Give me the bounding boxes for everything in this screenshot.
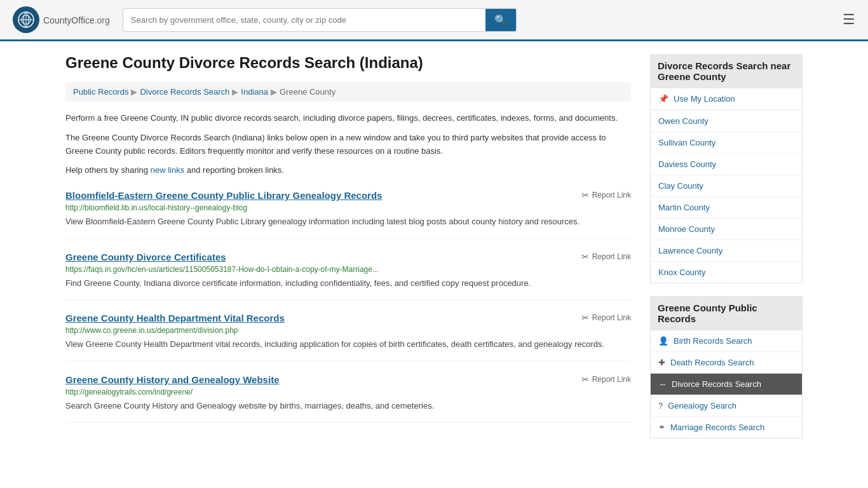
- breadcrumb-greene-county: Greene County: [280, 87, 336, 97]
- public-records-item-2[interactable]: ↔ Divorce Records Search: [651, 374, 802, 395]
- nearby-county-link-3[interactable]: Clay County: [651, 175, 802, 196]
- public-records-link-1[interactable]: ✚ Death Records Search: [651, 352, 802, 373]
- nearby-county-5[interactable]: Monroe County: [651, 219, 802, 240]
- result-header-1: Bloomfield-Eastern Greene County Public …: [65, 190, 631, 201]
- site-header: CountyOffice.org 🔍 ☰: [0, 0, 868, 41]
- nearby-list: 📌 Use My Location Owen County Sullivan C…: [650, 88, 803, 283]
- breadcrumb-sep-1: ▶: [131, 87, 137, 97]
- new-links-link[interactable]: new links: [151, 165, 184, 175]
- result-item-4: Greene County History and Genealogy Webs…: [65, 374, 631, 423]
- birth-icon: 👤: [658, 336, 668, 346]
- result-desc-2: Find Greene County, Indiana divorce cert…: [65, 277, 631, 290]
- result-header-3: Greene County Health Department Vital Re…: [65, 313, 631, 323]
- marriage-icon: ⚭: [658, 423, 665, 432]
- result-title-2[interactable]: Greene County Divorce Certificates: [65, 252, 226, 262]
- scissors-icon-4: ✂: [581, 374, 589, 384]
- nearby-county-link-7[interactable]: Knox County: [651, 262, 802, 283]
- content-area: Greene County Divorce Records Search (In…: [65, 54, 631, 451]
- public-records-link-3[interactable]: ? Genealogy Search: [651, 395, 802, 416]
- nearby-county-7[interactable]: Knox County: [651, 262, 802, 283]
- public-records-item-0[interactable]: 👤 Birth Records Search: [651, 330, 802, 352]
- use-my-location-label: Use My Location: [674, 94, 735, 104]
- nearby-county-2[interactable]: Daviess County: [651, 154, 802, 175]
- result-title-1[interactable]: Bloomfield-Eastern Greene County Public …: [65, 190, 382, 201]
- nearby-section: Divorce Records Search near Greene Count…: [650, 54, 803, 283]
- search-bar: 🔍: [123, 8, 517, 32]
- scissors-icon-1: ✂: [581, 190, 589, 200]
- search-icon: 🔍: [494, 15, 507, 25]
- nearby-county-3[interactable]: Clay County: [651, 175, 802, 197]
- breadcrumb-divorce-records[interactable]: Divorce Records Search: [140, 87, 229, 97]
- result-desc-4: Search Greene County History and Genealo…: [65, 400, 631, 412]
- sidebar: Divorce Records Search near Greene Count…: [650, 54, 803, 451]
- nearby-county-link-0[interactable]: Owen County: [651, 111, 802, 132]
- report-link-1[interactable]: ✂ Report Link: [581, 190, 631, 200]
- nearby-county-6[interactable]: Lawrence County: [651, 240, 802, 262]
- report-link-2[interactable]: ✂ Report Link: [581, 252, 631, 262]
- nearby-section-title: Divorce Records Search near Greene Count…: [650, 54, 803, 88]
- report-link-4[interactable]: ✂ Report Link: [581, 374, 631, 384]
- result-title-4[interactable]: Greene County History and Genealogy Webs…: [65, 374, 279, 385]
- result-header-2: Greene County Divorce Certificates ✂ Rep…: [65, 252, 631, 262]
- scissors-icon-2: ✂: [581, 252, 589, 262]
- main-container: Greene County Divorce Records Search (In…: [53, 41, 815, 464]
- breadcrumb-public-records[interactable]: Public Records: [73, 87, 128, 97]
- search-input[interactable]: [123, 9, 485, 31]
- result-item-3: Greene County Health Department Vital Re…: [65, 313, 631, 362]
- nearby-county-link-5[interactable]: Monroe County: [651, 219, 802, 240]
- result-url-3: http://www.co.greene.in.us/department/di…: [65, 326, 631, 335]
- public-records-item-4[interactable]: ⚭ Marriage Records Search: [651, 417, 802, 438]
- public-records-label-4: Marriage Records Search: [670, 423, 764, 432]
- search-button[interactable]: 🔍: [485, 9, 516, 31]
- logo-icon: [13, 6, 39, 33]
- result-url-4: http://genealogytrails.com/ind/greene/: [65, 388, 631, 396]
- nearby-county-link-6[interactable]: Lawrence County: [651, 240, 802, 261]
- location-pin-icon: 📌: [658, 94, 668, 104]
- description-1: Perform a free Greene County, IN public …: [65, 112, 631, 125]
- page-title: Greene County Divorce Records Search (In…: [65, 54, 631, 72]
- description-3: Help others by sharing new links and rep…: [65, 164, 631, 177]
- public-records-item-1[interactable]: ✚ Death Records Search: [651, 352, 802, 374]
- nearby-county-link-1[interactable]: Sullivan County: [651, 132, 802, 153]
- nearby-county-link-2[interactable]: Daviess County: [651, 154, 802, 175]
- result-desc-1: View Bloomfield-Eastern Greene County Pu…: [65, 215, 631, 228]
- description-2: The Greene County Divorce Records Search…: [65, 132, 631, 158]
- result-item-1: Bloomfield-Eastern Greene County Public …: [65, 190, 631, 239]
- public-records-title: Greene County Public Records: [650, 296, 803, 330]
- public-records-label-2: Divorce Records Search: [672, 379, 761, 389]
- public-records-list: 👤 Birth Records Search ✚ Death Records S…: [650, 330, 803, 438]
- breadcrumb-indiana[interactable]: Indiana: [241, 87, 268, 97]
- hamburger-icon: ☰: [843, 11, 855, 27]
- public-records-label-3: Genealogy Search: [668, 401, 736, 410]
- result-url-2: https://faqs.in.gov/hc/en-us/articles/11…: [65, 265, 631, 274]
- location-link[interactable]: 📌 Use My Location: [651, 88, 802, 110]
- public-records-label-1: Death Records Search: [670, 358, 754, 367]
- death-icon: ✚: [658, 358, 665, 367]
- public-records-link-2[interactable]: ↔ Divorce Records Search: [651, 374, 802, 395]
- use-my-location-item[interactable]: 📌 Use My Location: [651, 88, 802, 111]
- nearby-county-link-4[interactable]: Martin County: [651, 197, 802, 218]
- result-header-4: Greene County History and Genealogy Webs…: [65, 374, 631, 385]
- result-title-3[interactable]: Greene County Health Department Vital Re…: [65, 313, 285, 323]
- scissors-icon-3: ✂: [581, 313, 589, 323]
- breadcrumb: Public Records ▶ Divorce Records Search …: [65, 82, 631, 102]
- public-records-item-3[interactable]: ? Genealogy Search: [651, 395, 802, 417]
- menu-button[interactable]: ☰: [843, 11, 855, 28]
- logo-text: CountyOffice.org: [43, 13, 110, 27]
- public-records-link-0[interactable]: 👤 Birth Records Search: [651, 330, 802, 351]
- site-logo[interactable]: CountyOffice.org: [13, 6, 110, 33]
- result-item-2: Greene County Divorce Certificates ✂ Rep…: [65, 252, 631, 301]
- public-records-link-4[interactable]: ⚭ Marriage Records Search: [651, 417, 802, 438]
- report-link-3[interactable]: ✂ Report Link: [581, 313, 631, 323]
- genealogy-icon: ?: [658, 401, 663, 410]
- public-records-section: Greene County Public Records 👤 Birth Rec…: [650, 296, 803, 438]
- result-url-1: http://bloomfield.lib.in.us/local-histor…: [65, 203, 631, 212]
- divorce-icon: ↔: [658, 379, 667, 389]
- nearby-county-1[interactable]: Sullivan County: [651, 132, 802, 154]
- nearby-county-4[interactable]: Martin County: [651, 197, 802, 219]
- result-desc-3: View Greene County Health Department vit…: [65, 338, 631, 351]
- breadcrumb-sep-2: ▶: [232, 87, 238, 97]
- breadcrumb-sep-3: ▶: [271, 87, 277, 97]
- public-records-label-0: Birth Records Search: [674, 336, 752, 346]
- nearby-county-0[interactable]: Owen County: [651, 111, 802, 132]
